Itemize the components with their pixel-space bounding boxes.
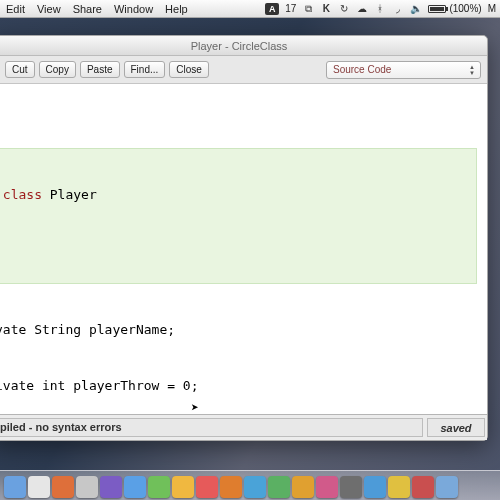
save-status: saved	[427, 418, 485, 437]
dock-app-6[interactable]	[148, 476, 170, 498]
clock-partial[interactable]: M	[488, 3, 496, 14]
source-code-label: Source Code	[333, 64, 391, 75]
classname: Player	[42, 187, 97, 202]
dock-app-7[interactable]	[172, 476, 194, 498]
type-int: int	[42, 378, 65, 393]
dock-app-8[interactable]	[196, 476, 218, 498]
cloud-icon[interactable]: ☁	[356, 3, 368, 15]
dock-app-2[interactable]	[52, 476, 74, 498]
battery-icon	[428, 5, 446, 13]
dock-app-3[interactable]	[76, 476, 98, 498]
mod-private-1: vate	[0, 322, 34, 337]
find-button[interactable]: Find...	[124, 61, 166, 78]
kw-class: class	[3, 187, 42, 202]
mouse-cursor-icon: ➤	[191, 399, 199, 414]
dock-app-9[interactable]	[220, 476, 242, 498]
dock-app-17[interactable]	[412, 476, 434, 498]
source-code-select[interactable]: Source Code ▲▼	[326, 61, 481, 79]
menu-window[interactable]: Window	[114, 3, 153, 15]
dock-app-18[interactable]	[436, 476, 458, 498]
close-button[interactable]: Close	[169, 61, 209, 78]
paste-button[interactable]: Paste	[80, 61, 120, 78]
menu-help[interactable]: Help	[165, 3, 188, 15]
field-playername: playerName;	[81, 322, 175, 337]
macos-dock[interactable]	[0, 470, 500, 500]
dock-app-14[interactable]	[340, 476, 362, 498]
adobe-icon[interactable]: A	[265, 3, 279, 15]
window-title: Player - CircleClass	[191, 40, 288, 52]
dock-app-10[interactable]	[244, 476, 266, 498]
wifi-icon[interactable]: ◞	[392, 3, 404, 15]
battery-percent: (100%)	[449, 3, 481, 14]
compile-status: piled - no syntax errors	[0, 418, 423, 437]
dock-app-15[interactable]	[364, 476, 386, 498]
mod-private-2: ivate	[0, 378, 42, 393]
menu-view[interactable]: View	[37, 3, 61, 15]
dock-app-12[interactable]	[292, 476, 314, 498]
copy-button[interactable]: Copy	[39, 61, 76, 78]
dropbox-icon[interactable]: ⧉	[302, 3, 314, 15]
dock-app-0[interactable]	[4, 476, 26, 498]
dock-app-16[interactable]	[388, 476, 410, 498]
code-editor[interactable]: class Player vate String playerName; iva…	[0, 84, 487, 414]
field-playerthrow: playerThrow = 0;	[65, 378, 198, 393]
select-arrows-icon: ▲▼	[466, 63, 478, 77]
window-titlebar[interactable]: Player - CircleClass	[0, 36, 487, 56]
status-bar: piled - no syntax errors saved	[0, 414, 487, 440]
k-icon[interactable]: K	[320, 3, 332, 15]
dock-app-1[interactable]	[28, 476, 50, 498]
bluetooth-icon[interactable]: ᚼ	[374, 3, 386, 15]
cut-button[interactable]: Cut	[5, 61, 35, 78]
dock-app-11[interactable]	[268, 476, 290, 498]
macos-menubar: Edit View Share Window Help A 17 ⧉ K ↻ ☁…	[0, 0, 500, 18]
sync-icon[interactable]: ↻	[338, 3, 350, 15]
dock-app-4[interactable]	[100, 476, 122, 498]
menu-edit[interactable]: Edit	[6, 3, 25, 15]
battery-status[interactable]: (100%)	[428, 3, 481, 14]
speaker-icon[interactable]: 🔈	[410, 3, 422, 15]
editor-toolbar: Cut Copy Paste Find... Close Source Code…	[0, 56, 487, 84]
adobe-count: 17	[285, 3, 296, 14]
dock-app-13[interactable]	[316, 476, 338, 498]
menu-share[interactable]: Share	[73, 3, 102, 15]
editor-window: Player - CircleClass Cut Copy Paste Find…	[0, 35, 488, 441]
type-string: String	[34, 322, 81, 337]
dock-app-5[interactable]	[124, 476, 146, 498]
